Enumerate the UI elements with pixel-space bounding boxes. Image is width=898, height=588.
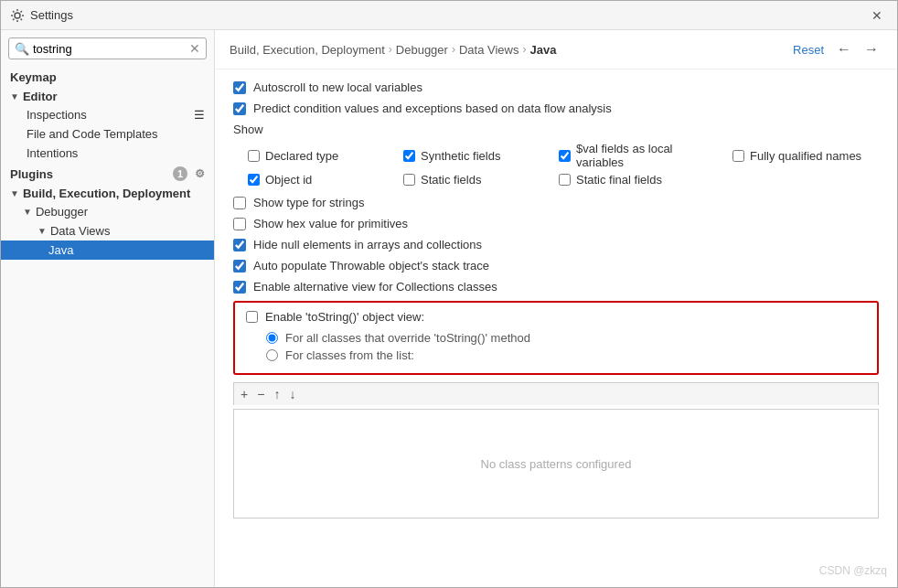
static-final-fields-row: Static final fields xyxy=(559,173,723,187)
enable-tostring-label: Enable 'toString()' object view: xyxy=(265,310,424,324)
search-box[interactable]: 🔍 ✕ xyxy=(8,37,207,59)
object-id-checkbox[interactable] xyxy=(248,174,260,186)
class-list-toolbar: + − ↑ ↓ xyxy=(233,382,879,405)
for-classes-list-radio[interactable] xyxy=(266,349,278,361)
fully-qualified-row: Fully qualified names xyxy=(732,149,879,163)
sidebar-item-label: Data Views xyxy=(50,224,111,238)
for-all-classes-radio[interactable] xyxy=(266,332,278,344)
sidebar-item-data-views[interactable]: ▼ Data Views xyxy=(1,221,214,241)
search-icon: 🔍 xyxy=(15,42,29,56)
object-id-row: Object id xyxy=(248,173,394,187)
breadcrumb-part-3: Data Views xyxy=(459,43,519,57)
sidebar-item-keymap[interactable]: Keymap xyxy=(1,67,214,86)
static-final-fields-label: Static final fields xyxy=(576,173,662,187)
sidebar-item-intentions[interactable]: Intentions xyxy=(1,144,214,163)
plugins-gear-icon: ⚙ xyxy=(195,167,205,180)
sidebar-item-java[interactable]: Java xyxy=(1,241,214,260)
synthetic-fields-checkbox[interactable] xyxy=(403,150,415,162)
sidebar: 🔍 ✕ Keymap ▼ Editor Inspections ☰ File a… xyxy=(1,30,215,587)
no-class-patterns-label: No class patterns configured xyxy=(481,457,632,471)
add-class-button[interactable]: + xyxy=(238,385,251,403)
hide-null-label: Hide null elements in arrays and collect… xyxy=(253,238,482,251)
fully-qualified-label: Fully qualified names xyxy=(750,149,861,163)
autoscroll-checkbox[interactable] xyxy=(233,81,246,94)
plugins-badge: 1 xyxy=(173,166,187,181)
breadcrumb-part-4: Java xyxy=(529,43,556,57)
back-button[interactable]: ← xyxy=(833,39,855,59)
hide-null-checkbox[interactable] xyxy=(233,239,246,251)
sidebar-item-plugins[interactable]: Plugins 1 ⚙ xyxy=(1,163,214,183)
expand-arrow-icon: ▼ xyxy=(10,188,19,198)
expand-arrow-icon: ▼ xyxy=(10,91,19,102)
show-type-strings-row: Show type for strings xyxy=(233,196,879,209)
breadcrumb-sep-2: › xyxy=(452,43,455,56)
enable-alternative-checkbox[interactable] xyxy=(233,281,246,294)
move-down-button[interactable]: ↓ xyxy=(286,385,298,403)
for-all-classes-row: For all classes that override 'toString(… xyxy=(266,331,866,345)
auto-populate-label: Auto populate Throwable object's stack t… xyxy=(253,259,489,273)
object-id-label: Object id xyxy=(265,173,312,187)
show-type-strings-checkbox[interactable] xyxy=(233,197,246,209)
enable-tostring-checkbox[interactable] xyxy=(246,311,258,323)
static-fields-checkbox[interactable] xyxy=(403,174,415,186)
breadcrumb-part-2: Debugger xyxy=(396,43,448,57)
sval-fields-checkbox[interactable] xyxy=(559,150,571,162)
synthetic-fields-row: Synthetic fields xyxy=(403,149,550,163)
reset-button[interactable]: Reset xyxy=(789,41,828,59)
sval-fields-label: $val fields as local variables xyxy=(576,142,723,169)
svg-point-0 xyxy=(15,13,20,18)
sidebar-item-editor[interactable]: ▼ Editor xyxy=(1,86,214,105)
autoscroll-row: Autoscroll to new local variables xyxy=(233,80,879,94)
sidebar-item-build-exec[interactable]: ▼ Build, Execution, Deployment xyxy=(1,183,214,202)
predict-checkbox[interactable] xyxy=(233,102,246,115)
static-fields-row: Static fields xyxy=(403,173,550,187)
auto-populate-row: Auto populate Throwable object's stack t… xyxy=(233,259,879,273)
auto-populate-checkbox[interactable] xyxy=(233,260,246,273)
settings-icon xyxy=(10,8,25,23)
titlebar: Settings ✕ xyxy=(1,1,897,30)
breadcrumb-part-1: Build, Execution, Deployment xyxy=(230,43,385,57)
sidebar-item-debugger[interactable]: ▼ Debugger xyxy=(1,202,214,221)
settings-body: Autoscroll to new local variables Predic… xyxy=(215,69,897,587)
window-title: Settings xyxy=(30,8,866,22)
declared-type-label: Declared type xyxy=(265,149,338,163)
for-classes-list-label: For classes from the list: xyxy=(285,348,414,362)
forward-button[interactable]: → xyxy=(861,39,882,59)
for-all-classes-label: For all classes that override 'toString(… xyxy=(285,331,530,345)
close-button[interactable]: ✕ xyxy=(866,6,888,25)
tostring-box: Enable 'toString()' object view: For all… xyxy=(233,301,879,375)
show-hex-row: Show hex value for primitives xyxy=(233,217,879,230)
sval-fields-row: $val fields as local variables xyxy=(559,142,723,169)
move-up-button[interactable]: ↑ xyxy=(271,385,283,403)
remove-class-button[interactable]: − xyxy=(254,385,267,403)
search-input[interactable] xyxy=(33,42,189,56)
main-content: Build, Execution, Deployment › Debugger … xyxy=(215,30,897,587)
sidebar-item-label: Build, Execution, Deployment xyxy=(23,187,190,200)
enable-alternative-label: Enable alternative view for Collections … xyxy=(253,280,497,294)
show-hex-checkbox[interactable] xyxy=(233,218,246,230)
expand-arrow-icon: ▼ xyxy=(37,226,47,236)
declared-type-checkbox[interactable] xyxy=(248,150,260,162)
fully-qualified-checkbox[interactable] xyxy=(732,150,744,162)
declared-type-row: Declared type xyxy=(248,149,394,163)
autoscroll-label: Autoscroll to new local variables xyxy=(253,80,422,94)
sidebar-item-file-code-templates[interactable]: File and Code Templates xyxy=(1,124,214,144)
sidebar-item-inspections[interactable]: Inspections ☰ xyxy=(1,105,214,124)
breadcrumb-sep-1: › xyxy=(389,43,392,56)
sidebar-item-label: Debugger xyxy=(36,205,88,219)
sidebar-item-label: Keymap xyxy=(10,70,57,84)
breadcrumb: Build, Execution, Deployment › Debugger … xyxy=(215,30,897,69)
show-type-strings-label: Show type for strings xyxy=(253,196,364,209)
predict-label: Predict condition values and exceptions … xyxy=(253,102,612,115)
tostring-title-row: Enable 'toString()' object view: xyxy=(246,310,866,324)
inspections-icon: ☰ xyxy=(194,108,205,122)
class-list-area: No class patterns configured xyxy=(233,409,879,519)
nav-buttons: Reset ← → xyxy=(789,39,882,59)
breadcrumb-sep-3: › xyxy=(522,43,526,56)
enable-alternative-row: Enable alternative view for Collections … xyxy=(233,280,879,294)
static-final-fields-checkbox[interactable] xyxy=(559,174,571,186)
search-clear-icon[interactable]: ✕ xyxy=(189,41,200,56)
predict-row: Predict condition values and exceptions … xyxy=(233,102,879,115)
show-label: Show xyxy=(233,123,879,136)
show-grid: Declared type Synthetic fields $val fiel… xyxy=(248,142,879,187)
